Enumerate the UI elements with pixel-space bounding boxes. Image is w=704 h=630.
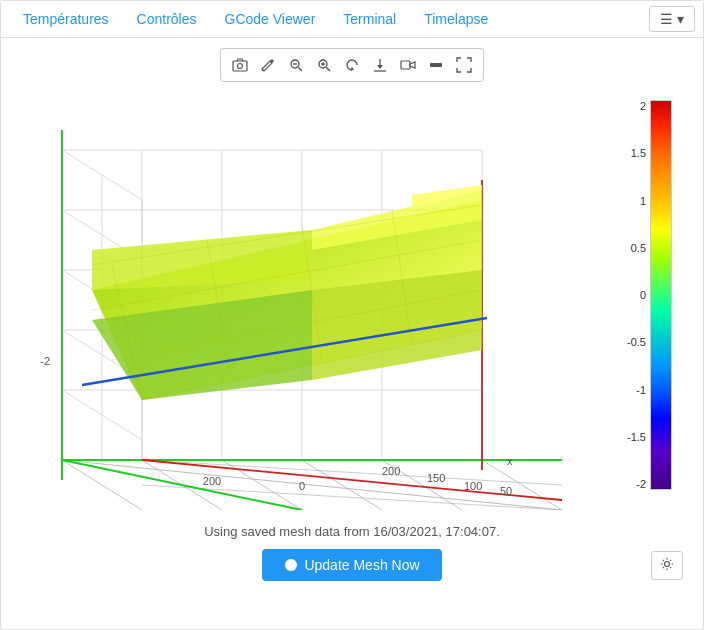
rotate-button[interactable] (339, 52, 365, 78)
scale-label-neg0-5: -0.5 (627, 336, 646, 348)
video-icon (400, 57, 416, 73)
scale-label-0-5: 0.5 (627, 242, 646, 254)
scale-label-neg1: -1 (627, 384, 646, 396)
svg-line-43 (62, 460, 562, 510)
scale-label-0: 0 (627, 289, 646, 301)
video-button[interactable] (395, 52, 421, 78)
y-label-50: 50 (500, 485, 512, 497)
footer-row: i Update Mesh Now (11, 549, 693, 581)
zoom-icon (288, 57, 304, 73)
svg-line-6 (327, 68, 331, 72)
mesh-chart[interactable]: -2 200 0 200 150 100 50 x (32, 90, 622, 510)
y-label-100: 100 (464, 480, 482, 492)
pencil-icon (260, 57, 276, 73)
zoom-out-button[interactable] (283, 52, 309, 78)
tab-controles[interactable]: Contrôles (123, 1, 211, 37)
fullscreen-button[interactable] (451, 52, 477, 78)
tab-gcode[interactable]: GCode Viewer (211, 1, 330, 37)
zoom-plus-icon (316, 57, 332, 73)
svg-text:i: i (290, 560, 293, 571)
svg-marker-11 (377, 65, 383, 69)
x-axis-label: x (507, 455, 513, 467)
x-label-200: 200 (203, 475, 221, 487)
tab-timelapse[interactable]: Timelapse (410, 1, 502, 37)
main-content: -2 200 0 200 150 100 50 x 2 1.5 1 0 (1, 38, 703, 629)
main-card: Températures Contrôles GCode Viewer Term… (0, 0, 704, 630)
settings-button[interactable] (651, 551, 683, 580)
svg-line-3 (299, 68, 303, 72)
y-label-200: 200 (382, 465, 400, 477)
z-label-neg2: -2 (40, 355, 50, 367)
mesh-surface (92, 185, 482, 400)
scale-label-neg2: -2 (627, 478, 646, 490)
svg-line-41 (482, 460, 562, 510)
hamburger-icon: ☰ (660, 11, 673, 27)
tab-temperatures[interactable]: Températures (9, 1, 123, 37)
zoom-in-button[interactable] (311, 52, 337, 78)
fullscreen-icon (456, 57, 472, 73)
color-bar (650, 100, 672, 490)
camera-icon (232, 57, 248, 73)
x-label-0: 0 (299, 480, 305, 492)
y-label-150: 150 (427, 472, 445, 484)
scale-label-neg1-5: -1.5 (627, 431, 646, 443)
update-mesh-label: Update Mesh Now (304, 557, 419, 573)
download-button[interactable] (367, 52, 393, 78)
svg-rect-0 (233, 61, 247, 71)
svg-marker-14 (410, 62, 415, 68)
pan-icon (428, 57, 444, 73)
update-mesh-button[interactable]: i Update Mesh Now (262, 549, 441, 581)
status-text: Using saved mesh data from 16/03/2021, 1… (204, 524, 500, 539)
color-scale-container: 2 1.5 1 0.5 0 -0.5 -1 -1.5 -2 (627, 100, 672, 490)
svg-marker-9 (350, 67, 354, 70)
camera-button[interactable] (227, 52, 253, 78)
gear-icon (660, 557, 674, 571)
rotate-icon (344, 57, 360, 73)
chart-toolbar (220, 48, 484, 82)
nav-menu-button[interactable]: ☰ ▾ (649, 6, 695, 32)
dropdown-arrow: ▾ (677, 11, 684, 27)
scale-label-1: 1 (627, 195, 646, 207)
edit-button[interactable] (255, 52, 281, 78)
svg-rect-15 (430, 63, 442, 67)
tab-terminal[interactable]: Terminal (329, 1, 410, 37)
scale-labels: 2 1.5 1 0.5 0 -0.5 -1 -1.5 -2 (627, 100, 646, 490)
svg-rect-13 (401, 61, 410, 69)
info-icon: i (284, 558, 298, 572)
chart-area: -2 200 0 200 150 100 50 x 2 1.5 1 0 (32, 90, 672, 520)
svg-point-1 (238, 64, 243, 69)
scale-label-1-5: 1.5 (627, 147, 646, 159)
pan-button[interactable] (423, 52, 449, 78)
download-icon (372, 57, 388, 73)
floor-grid (62, 460, 562, 510)
scale-label-2: 2 (627, 100, 646, 112)
nav-bar: Températures Contrôles GCode Viewer Term… (1, 1, 703, 38)
